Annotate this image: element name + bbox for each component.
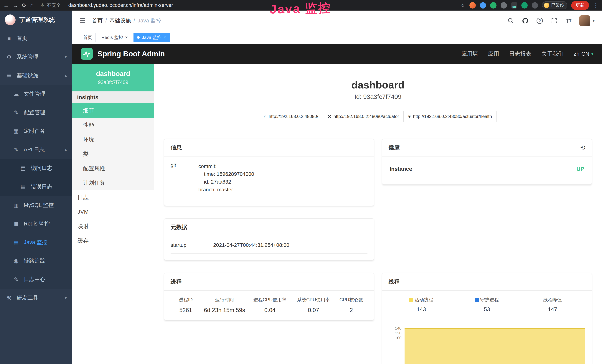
app-title: 芋道管理系统 bbox=[19, 16, 55, 24]
threads-chart: 140 120 100 bbox=[389, 319, 585, 364]
forward-icon[interactable]: → bbox=[13, 3, 18, 8]
extension-icon-drop[interactable] bbox=[480, 2, 486, 9]
fullscreen-icon[interactable] bbox=[550, 17, 558, 24]
paused-chip[interactable]: 已暂停 bbox=[542, 1, 567, 9]
monitor-icon: ▤ bbox=[13, 239, 20, 246]
search-icon[interactable] bbox=[507, 17, 515, 24]
health-instance-row[interactable]: Instance UP bbox=[389, 162, 585, 178]
sidebar-item-access-logs[interactable]: ▤ 访问日志 bbox=[0, 159, 72, 177]
breadcrumb-section[interactable]: 基础设施 bbox=[109, 17, 131, 24]
menu-label: 错误日志 bbox=[31, 183, 52, 191]
sidebar-item-tracing[interactable]: ◉ 链路追踪 bbox=[0, 252, 72, 270]
layers-icon: ≣ bbox=[13, 221, 20, 227]
browser-update-button[interactable]: 更新 bbox=[571, 1, 589, 10]
extension-icon-green[interactable] bbox=[490, 2, 496, 9]
menu-label: 配置管理 bbox=[24, 109, 45, 116]
dashboard-icon: ▣ bbox=[6, 35, 13, 42]
history-icon[interactable]: ⟲ bbox=[580, 144, 585, 151]
sidebar-item-error-logs[interactable]: ▤ 错误日志 bbox=[0, 177, 72, 196]
github-icon[interactable] bbox=[522, 17, 529, 24]
sba-item-details[interactable]: 细节 bbox=[72, 103, 154, 118]
sba-item-performance[interactable]: 性能 bbox=[72, 118, 154, 132]
sba-nav-wall[interactable]: 应用墙 bbox=[461, 50, 478, 58]
chart-plot-area bbox=[405, 319, 585, 364]
sidebar-item-log-center[interactable]: ✎ 日志中心 bbox=[0, 270, 72, 289]
legend-value: 53 bbox=[454, 306, 520, 312]
smiley-icon bbox=[544, 3, 549, 8]
sidebar-item-home[interactable]: ▣ 首页 bbox=[0, 29, 72, 48]
reload-icon[interactable]: ⟳ bbox=[22, 3, 27, 8]
process-col: CPU核心数 2 bbox=[335, 297, 367, 314]
process-col: 运行时间 6d 23h 15m 59s bbox=[201, 297, 248, 314]
sba-item-environment[interactable]: 环境 bbox=[72, 132, 154, 147]
tab-redis-monitor[interactable]: Redis 监控 × bbox=[98, 33, 131, 42]
sba-item-logs[interactable]: 日志 bbox=[72, 190, 154, 204]
sba-instance-block[interactable]: dashboard 93a3fc7f7409 bbox=[72, 64, 154, 91]
sba-locale-select[interactable]: zh-CN ▾ bbox=[574, 51, 593, 57]
font-size-icon[interactable]: TT bbox=[565, 17, 572, 24]
sba-nav-journal[interactable]: 日志报表 bbox=[509, 50, 531, 58]
sidebar-item-dev-tools[interactable]: ⚒ 研发工具 ▾ bbox=[0, 289, 72, 307]
sidebar-item-config-management[interactable]: ✎ 配置管理 bbox=[0, 103, 72, 122]
tab-home[interactable]: 首页 bbox=[80, 33, 96, 42]
bookmark-star-icon[interactable]: ☆ bbox=[460, 3, 465, 8]
sba-item-config-props[interactable]: 配置属性 bbox=[72, 161, 154, 176]
heart-icon: ♥ bbox=[408, 114, 411, 119]
hamburger-icon[interactable]: ☰ bbox=[80, 17, 86, 25]
browser-menu-icon[interactable]: ⋮ bbox=[593, 3, 599, 8]
sidebar-item-redis-monitor[interactable]: ≣ Redis 监控 bbox=[0, 214, 72, 233]
card-title: 进程 bbox=[171, 278, 182, 286]
sba-item-scheduled-tasks[interactable]: 计划任务 bbox=[72, 176, 154, 190]
extension-icon-on-badge[interactable]: on bbox=[511, 2, 517, 9]
close-icon[interactable]: × bbox=[125, 35, 128, 40]
menu-label: 文件管理 bbox=[24, 90, 45, 98]
sidebar-item-java-monitor[interactable]: ▤ Java 监控 bbox=[0, 233, 72, 252]
extension-icon-dark-puzzle[interactable] bbox=[532, 2, 538, 9]
sba-navbar: Spring Boot Admin 应用墙 应用 日志报表 关于我们 zh-CN… bbox=[72, 44, 602, 64]
stat-value: 0.07 bbox=[292, 307, 335, 314]
legend-value: 143 bbox=[389, 306, 454, 312]
admin-sidebar: 芋道管理系统 ▣ 首页 ⚙ 系统管理 ▾ ▤ 基础设施 ▴ ☁ bbox=[0, 11, 72, 364]
sba-item-caches[interactable]: 缓存 bbox=[72, 234, 154, 248]
user-avatar[interactable] bbox=[579, 15, 590, 26]
sidebar-item-file-management[interactable]: ☁ 文件管理 bbox=[0, 85, 72, 103]
sidebar-item-api-logs[interactable]: ✎ API 日志 ▴ bbox=[0, 140, 72, 159]
metadata-card-header: 元数据 bbox=[164, 219, 374, 236]
sidebar-item-mysql-monitor[interactable]: ▥ MySQL 监控 bbox=[0, 196, 72, 214]
app-logo[interactable]: 芋道管理系统 bbox=[0, 11, 72, 29]
sba-nav-applications[interactable]: 应用 bbox=[488, 50, 499, 58]
extension-icon-puzzle[interactable] bbox=[501, 2, 507, 9]
address-bar[interactable]: ⚠ 不安全 dashboard.yudao.iocoder.cn/infra/a… bbox=[40, 2, 173, 9]
link-health-url[interactable]: ♥ http://192.168.0.2:48080/actuator/heal… bbox=[403, 111, 496, 122]
back-icon[interactable]: ← bbox=[3, 3, 9, 8]
screen: Java 监控 ← → ⟳ ⌂ ⚠ 不安全 dashboard.yudao.io… bbox=[0, 0, 602, 364]
sba-item-mappings[interactable]: 映射 bbox=[72, 219, 154, 234]
tab-java-monitor[interactable]: Java 监控 × bbox=[133, 33, 170, 42]
grid-icon: ▦ bbox=[13, 128, 20, 134]
sidebar-item-infrastructure[interactable]: ▤ 基础设施 ▴ bbox=[0, 66, 72, 85]
link-actuator-url[interactable]: ⚒ http://192.168.0.2:48080/actuator bbox=[322, 111, 404, 122]
sba-item-jvm[interactable]: JVM bbox=[72, 204, 154, 219]
sba-logo-icon bbox=[81, 48, 93, 60]
home-icon[interactable]: ⌂ bbox=[30, 3, 33, 8]
breadcrumb-home[interactable]: 首页 bbox=[92, 17, 103, 24]
link-service-url[interactable]: ⌂ http://192.168.0.2:48080/ bbox=[259, 111, 323, 122]
close-icon[interactable]: × bbox=[163, 35, 166, 40]
info-key: git bbox=[171, 162, 198, 193]
sba-item-classes[interactable]: 类 bbox=[72, 147, 154, 161]
extension-icon-leaf[interactable] bbox=[521, 2, 528, 9]
sidebar-item-scheduled-jobs[interactable]: ▦ 定时任务 bbox=[0, 122, 72, 140]
sba-group-insights: Insights bbox=[72, 91, 154, 103]
threads-legend: 活动线程 143 守护进程 bbox=[389, 297, 585, 312]
gear-icon: ⚙ bbox=[6, 54, 13, 60]
legend-label: 线程峰值 bbox=[543, 297, 562, 303]
sidebar-item-system-management[interactable]: ⚙ 系统管理 ▾ bbox=[0, 48, 72, 66]
help-icon[interactable]: ? bbox=[536, 17, 543, 24]
process-card-body: 进程ID 5261 运行时间 6d 23h 15m 59s 进程CPU使用率 bbox=[164, 291, 374, 320]
sba-brand-title: Spring Boot Admin bbox=[97, 50, 165, 58]
sba-nav-about[interactable]: 关于我们 bbox=[541, 50, 564, 58]
stat-header: 系统CPU使用率 bbox=[292, 297, 335, 303]
chevron-up-icon: ▴ bbox=[65, 73, 67, 78]
avatar-caret-icon[interactable]: ▾ bbox=[593, 19, 595, 23]
extension-icon-fox[interactable] bbox=[469, 2, 476, 9]
